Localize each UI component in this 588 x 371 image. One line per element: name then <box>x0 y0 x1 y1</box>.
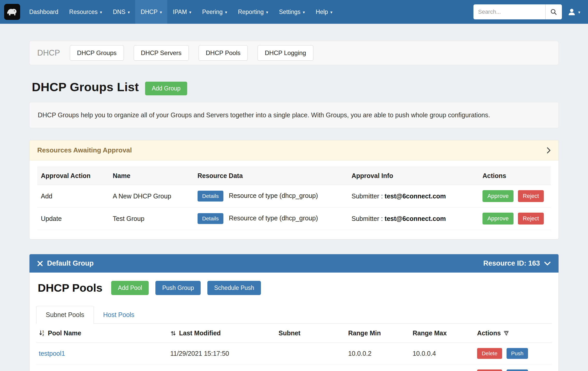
dhcp-groups-button[interactable]: DHCP Groups <box>70 45 124 61</box>
reject-button[interactable]: Reject <box>518 190 544 202</box>
pool-actions-cell: Delete Push <box>474 343 552 364</box>
nav-item-reporting[interactable]: Reporting ▾ <box>232 0 274 24</box>
pool-name-link[interactable]: testpool1 <box>39 350 65 357</box>
last-modified-cell: 08/07/2021 19:35:17 <box>168 364 276 371</box>
push-button[interactable]: Push <box>507 369 528 371</box>
resource-type-text: Resource of type (dhcp_group) <box>229 214 318 222</box>
details-button[interactable]: Details <box>198 191 223 202</box>
range-min-cell: 10.0.0.2 <box>345 343 410 364</box>
schedule-push-button[interactable]: Schedule Push <box>207 281 261 295</box>
approval-panel: Resources Awaiting Approval Approval Act… <box>29 140 559 239</box>
search-input[interactable] <box>473 4 545 19</box>
dhcp-logging-button[interactable]: DHCP Logging <box>258 45 313 61</box>
caret-down-icon: ▾ <box>128 10 130 14</box>
approve-button[interactable]: Approve <box>483 190 514 202</box>
filter-icon[interactable] <box>503 330 509 336</box>
nav-item-dns[interactable]: DNS ▾ <box>108 0 135 24</box>
close-icon[interactable] <box>37 261 43 266</box>
default-group-panel: Default Group Resource ID: 163 DHCP Pool… <box>29 254 559 371</box>
nav-item-resources[interactable]: Resources ▾ <box>64 0 108 24</box>
col-label: Pool Name <box>48 329 81 337</box>
nav-item-settings[interactable]: Settings ▾ <box>274 0 310 24</box>
approval-action-cell: Add <box>37 185 109 207</box>
col-pool-actions: Actions <box>474 324 552 343</box>
nav-item-dashboard[interactable]: Dashboard <box>24 0 64 24</box>
caret-down-icon: ▾ <box>160 10 162 14</box>
pool-name-cell: testpool1 <box>36 343 168 364</box>
approval-info-cell: Submitter : test@6connect.com <box>348 207 479 230</box>
logo[interactable] <box>4 4 20 20</box>
pool-actions-cell: Delete Push <box>474 364 552 371</box>
col-subnet: Subnet <box>276 324 345 343</box>
search-icon <box>550 9 557 15</box>
subnet-cell <box>276 343 345 364</box>
group-header-left[interactable]: Default Group <box>37 259 94 267</box>
pools-table-header-row: 1 2 Pool Name <box>36 324 552 343</box>
push-button[interactable]: Push <box>507 348 528 359</box>
col-range-min: Range Min <box>345 324 410 343</box>
caret-down-icon: ▾ <box>189 10 191 14</box>
approve-button[interactable]: Approve <box>483 213 514 225</box>
sort-numeric-down-icon[interactable]: 1 2 <box>39 330 45 336</box>
last-modified-cell: 11/29/2021 15:17:50 <box>168 343 276 364</box>
group-header-right[interactable]: Resource ID: 163 <box>483 259 551 267</box>
delete-button[interactable]: Delete <box>477 348 502 359</box>
topbar-right: ▾ <box>473 0 588 24</box>
reject-button[interactable]: Reject <box>518 213 544 225</box>
approval-name-cell: Test Group <box>109 207 194 230</box>
caret-down-icon: ▾ <box>330 10 332 14</box>
pool-row: testpool1 11/29/2021 15:17:50 10.0.0.2 1… <box>36 343 552 364</box>
user-menu[interactable]: ▾ <box>567 6 581 18</box>
add-pool-button[interactable]: Add Pool <box>111 281 149 295</box>
col-actions: Actions <box>479 167 551 185</box>
col-range-max: Range Max <box>410 324 474 343</box>
svg-text:1: 1 <box>42 330 44 333</box>
pool-row: testpool2 08/07/2021 19:35:17 12.0.0.0 1… <box>36 364 552 371</box>
col-approval-info: Approval Info <box>348 167 479 185</box>
nav-label: Settings <box>279 9 300 16</box>
nav-label: Help <box>316 9 328 16</box>
dhcp-servers-button[interactable]: DHCP Servers <box>134 45 189 61</box>
chevron-down-icon[interactable] <box>544 261 551 266</box>
submitter-email: test@6connect.com <box>385 215 446 222</box>
pools-tabs: Subnet Pools Host Pools <box>36 306 552 324</box>
caret-down-icon: ▾ <box>225 10 227 14</box>
sort-up-down-icon[interactable] <box>170 330 176 336</box>
approval-name-cell: A New DHCP Group <box>109 185 194 207</box>
nav-label: IPAM <box>173 9 187 16</box>
push-group-button[interactable]: Push Group <box>155 281 201 295</box>
resource-type-text: Resource of type (dhcp_group) <box>229 192 318 199</box>
approval-actions-cell: Approve Reject <box>479 207 551 230</box>
logo-mammoth-icon <box>6 6 18 18</box>
approval-panel-body: Approval Action Name Resource Data Appro… <box>29 160 559 239</box>
col-pool-name[interactable]: 1 2 Pool Name <box>36 324 168 343</box>
approval-resource-cell: Details Resource of type (dhcp_group) <box>194 185 348 207</box>
dhcp-subnav: DHCP DHCP Groups DHCP Servers DHCP Pools… <box>29 41 559 65</box>
pools-table: 1 2 Pool Name <box>36 324 552 371</box>
col-name: Name <box>109 167 194 185</box>
tab-subnet-pools[interactable]: Subnet Pools <box>36 306 94 324</box>
submitter-email: test@6connect.com <box>385 192 446 200</box>
nav-item-help[interactable]: Help ▾ <box>310 0 338 24</box>
nav-item-dhcp[interactable]: DHCP ▾ <box>135 0 167 24</box>
delete-button[interactable]: Delete <box>477 369 502 371</box>
nav-label: DNS <box>113 9 126 16</box>
approval-panel-header[interactable]: Resources Awaiting Approval <box>29 140 559 160</box>
nav-item-ipam[interactable]: IPAM ▾ <box>167 0 197 24</box>
search-button[interactable] <box>545 4 562 19</box>
caret-down-icon: ▾ <box>578 10 580 14</box>
details-button[interactable]: Details <box>198 213 223 224</box>
approval-row: Update Test Group Details Resource of ty… <box>37 207 551 230</box>
tab-host-pools[interactable]: Host Pools <box>94 306 144 323</box>
add-group-button[interactable]: Add Group <box>145 82 187 95</box>
nav-item-peering[interactable]: Peering ▾ <box>197 0 232 24</box>
user-icon <box>568 8 576 16</box>
range-max-cell: 12.0.0.3 <box>410 364 474 371</box>
approval-info-cell: Submitter : test@6connect.com <box>348 185 479 207</box>
caret-down-icon: ▾ <box>266 10 268 14</box>
main-nav: Dashboard Resources ▾ DNS ▾ DHCP ▾ IPAM … <box>24 0 338 24</box>
col-last-modified[interactable]: Last Modified <box>168 324 276 343</box>
subnav-title: DHCP <box>37 48 60 58</box>
search-group <box>473 4 562 19</box>
dhcp-pools-button[interactable]: DHCP Pools <box>199 45 248 61</box>
